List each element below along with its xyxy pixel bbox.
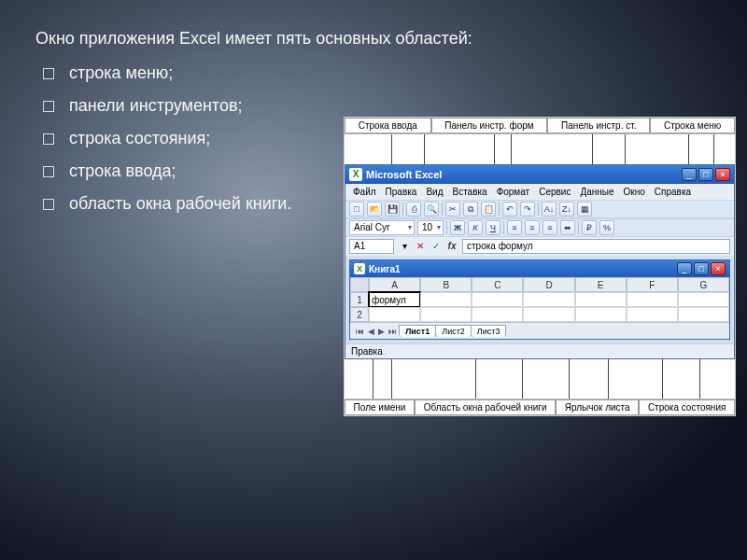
wb-maximize-button[interactable]: □ bbox=[694, 262, 709, 275]
open-icon[interactable]: 📂 bbox=[367, 202, 382, 217]
col-header[interactable]: D bbox=[523, 277, 574, 292]
cell[interactable] bbox=[678, 307, 729, 322]
tab-prev-icon[interactable]: ◀ bbox=[366, 327, 376, 336]
menu-insert[interactable]: Вставка bbox=[448, 186, 490, 198]
slide-title: Окно приложения Excel имеет пять основны… bbox=[35, 26, 708, 51]
col-header[interactable]: B bbox=[420, 277, 472, 292]
print-icon[interactable]: ⎙ bbox=[406, 202, 421, 217]
save-icon[interactable]: 💾 bbox=[385, 202, 400, 217]
bold-icon[interactable]: Ж bbox=[450, 220, 465, 235]
wb-minimize-button[interactable]: _ bbox=[677, 262, 692, 275]
font-size-dropdown[interactable]: 10 bbox=[417, 220, 444, 235]
cell[interactable] bbox=[523, 307, 574, 322]
redo-icon[interactable]: ↷ bbox=[520, 202, 535, 217]
workbook-window: X Книга1 _ □ × A B C D E F G bbox=[349, 259, 730, 340]
font-name-dropdown[interactable]: Arial Cyr bbox=[349, 220, 415, 235]
chevron-down-icon[interactable]: ▾ bbox=[398, 240, 411, 253]
separator bbox=[538, 203, 539, 216]
cell[interactable] bbox=[472, 307, 523, 322]
sheet-tab[interactable]: Лист1 bbox=[399, 325, 436, 337]
window-buttons: _ □ × bbox=[682, 168, 730, 181]
excel-window: X Microsoft Excel _ □ × Файл Правка Вид … bbox=[345, 164, 735, 359]
cut-icon[interactable]: ✂ bbox=[445, 202, 460, 217]
callout-row-top: Строка ввода Панель инстр. форм Панель и… bbox=[345, 118, 735, 134]
row-header[interactable]: 1 bbox=[350, 292, 369, 307]
cell[interactable] bbox=[420, 292, 472, 307]
name-box[interactable]: A1 bbox=[349, 239, 394, 254]
fx-icon[interactable]: fx bbox=[445, 240, 458, 253]
chart-icon[interactable]: ▦ bbox=[577, 202, 592, 217]
cell[interactable] bbox=[575, 307, 627, 322]
menu-window[interactable]: Окно bbox=[620, 186, 649, 198]
titlebar: X Microsoft Excel _ □ × bbox=[345, 165, 734, 184]
align-left-icon[interactable]: ≡ bbox=[507, 220, 522, 235]
preview-icon[interactable]: 🔍 bbox=[424, 202, 439, 217]
menu-file[interactable]: Файл bbox=[349, 186, 380, 198]
sort-asc-icon[interactable]: A↓ bbox=[542, 202, 557, 217]
paste-icon[interactable]: 📋 bbox=[481, 202, 496, 217]
sheet-tab[interactable]: Лист3 bbox=[471, 325, 507, 337]
cell[interactable] bbox=[369, 307, 420, 322]
spreadsheet-grid: A B C D E F G 1 формул 2 bbox=[350, 277, 729, 322]
status-bar: Правка bbox=[345, 343, 734, 358]
col-header[interactable]: F bbox=[627, 277, 678, 292]
cell[interactable] bbox=[420, 307, 472, 322]
tab-last-icon[interactable]: ⏭ bbox=[387, 327, 399, 336]
underline-icon[interactable]: Ч bbox=[486, 220, 500, 235]
cell-a1[interactable]: формул bbox=[369, 292, 420, 307]
row-header[interactable]: 2 bbox=[350, 307, 369, 322]
separator bbox=[503, 221, 504, 234]
bullet-item: панели инструментов; bbox=[39, 93, 708, 119]
menu-help[interactable]: Справка bbox=[651, 186, 695, 198]
menu-view[interactable]: Вид bbox=[422, 186, 446, 198]
workbook-titlebar: X Книга1 _ □ × bbox=[350, 260, 729, 277]
callout-row-bottom: Поле имени Область окна рабочей книги Яр… bbox=[345, 399, 735, 415]
workbook-title: Книга1 bbox=[369, 264, 677, 274]
callout-status-bar: Строка состояния bbox=[639, 399, 735, 415]
separator bbox=[442, 203, 443, 216]
cell[interactable] bbox=[678, 292, 729, 307]
cell[interactable] bbox=[575, 292, 627, 307]
copy-icon[interactable]: ⧉ bbox=[463, 202, 478, 217]
percent-icon[interactable]: % bbox=[599, 220, 614, 235]
separator bbox=[499, 203, 500, 216]
sort-desc-icon[interactable]: Z↓ bbox=[559, 202, 574, 217]
tab-next-icon[interactable]: ▶ bbox=[376, 327, 387, 336]
cell[interactable] bbox=[523, 292, 574, 307]
align-right-icon[interactable]: ≡ bbox=[543, 220, 557, 235]
formula-input[interactable]: строка формул bbox=[462, 239, 730, 254]
callout-name-box: Поле имени bbox=[345, 399, 415, 415]
cell[interactable] bbox=[627, 307, 678, 322]
callout-input-line: Строка ввода bbox=[345, 118, 431, 133]
merge-icon[interactable]: ⬌ bbox=[560, 220, 575, 235]
cancel-icon[interactable]: ✕ bbox=[414, 240, 427, 253]
menu-data[interactable]: Данные bbox=[576, 186, 617, 198]
col-header[interactable]: E bbox=[575, 277, 627, 292]
excel-logo-icon: X bbox=[349, 168, 362, 181]
tab-first-icon[interactable]: ⏮ bbox=[354, 327, 366, 336]
sheet-tab[interactable]: Лист2 bbox=[435, 325, 472, 337]
new-icon[interactable]: □ bbox=[349, 202, 364, 217]
menu-tools[interactable]: Сервис bbox=[535, 186, 574, 198]
minimize-button[interactable]: _ bbox=[682, 168, 697, 181]
menu-format[interactable]: Формат bbox=[493, 186, 534, 198]
callout-format-toolbar: Панель инстр. форм bbox=[431, 118, 548, 133]
cell[interactable] bbox=[627, 292, 678, 307]
italic-icon[interactable]: К bbox=[468, 220, 483, 235]
standard-toolbar: □ 📂 💾 ⎙ 🔍 ✂ ⧉ 📋 ↶ ↷ A↓ Z↓ ▦ bbox=[345, 200, 734, 218]
select-all-corner[interactable] bbox=[350, 277, 369, 292]
maximize-button[interactable]: □ bbox=[698, 168, 713, 181]
currency-icon[interactable]: ₽ bbox=[582, 220, 597, 235]
leader-lines-bottom bbox=[345, 359, 735, 399]
col-header[interactable]: C bbox=[472, 277, 523, 292]
leader-lines-top bbox=[345, 134, 735, 164]
align-center-icon[interactable]: ≡ bbox=[525, 220, 540, 235]
col-header[interactable]: G bbox=[678, 277, 729, 292]
close-button[interactable]: × bbox=[715, 168, 730, 181]
enter-icon[interactable]: ✓ bbox=[430, 240, 443, 253]
undo-icon[interactable]: ↶ bbox=[502, 202, 517, 217]
col-header[interactable]: A bbox=[369, 277, 420, 292]
menu-edit[interactable]: Правка bbox=[382, 186, 421, 198]
cell[interactable] bbox=[472, 292, 523, 307]
wb-close-button[interactable]: × bbox=[711, 262, 726, 275]
